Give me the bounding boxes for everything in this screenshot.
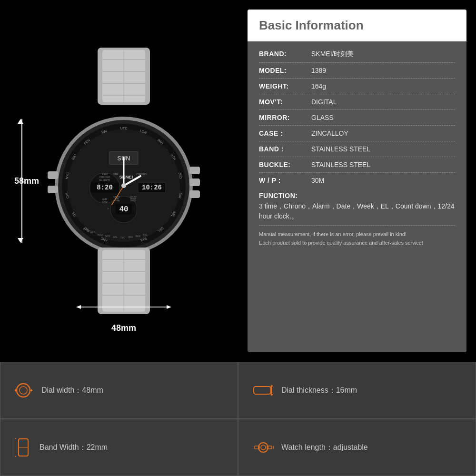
svg-text:HKG: HKG [128,236,133,238]
svg-text:40: 40 [119,205,128,214]
svg-text:TIMER: TIMER [130,199,137,202]
spec-dial-width-label: Dial width：48mm [41,386,103,396]
svg-text:CHM: CHM [102,200,107,203]
svg-point-63 [121,183,126,188]
svg-marker-110 [15,438,16,439]
height-label: 58mm [14,176,39,186]
info-val: 30M [311,177,455,184]
watch-area: 58mm UTC [0,0,248,362]
svg-marker-102 [31,389,33,392]
svg-text:KBL: KBL [143,233,148,236]
specs-grid: Dial width：48mm Dial thickness：16mm [0,362,476,476]
info-note: Manual measurement, if there is an error… [259,230,455,247]
info-body: BRAND: SKMEI/时刻美 MODEL: 1389 WEIGHT: 164… [248,41,466,352]
main-area: 58mm UTC [0,0,476,362]
svg-marker-106 [270,394,273,396]
watch-illustration: UTC LON PAR ATH JED RAI FEN RIO NYC DIR … [29,38,219,324]
info-key: BRAND: [259,50,311,58]
band-width-icon [15,438,32,457]
svg-text:UTC: UTC [120,127,127,130]
svg-text:PPG: PPG [83,228,89,230]
svg-rect-29 [189,190,200,198]
svg-text:AOL: AOL [113,236,118,238]
svg-text:SYD: SYD [105,235,110,238]
svg-text:STW: STW [113,173,118,176]
svg-point-112 [258,443,268,452]
spec-dial-thickness: Dial thickness：16mm [238,362,476,419]
info-title: Basic Information [259,18,364,32]
function-val: 3 time，Chrono，Alarm，Date，Week，EL，Count d… [259,201,455,221]
info-row: BRAND: SKMEI/时刻美 [259,46,455,63]
info-key: BAND : [259,145,311,153]
dial-width-icon [15,382,34,399]
svg-text:8:20: 8:20 [97,184,113,191]
svg-point-113 [261,445,266,450]
info-key: MIRROR: [259,114,311,121]
info-row: BUCKLE: STAINLESS STEEL [259,157,455,173]
svg-rect-30 [48,171,58,179]
svg-text:BKK: BKK [136,235,141,238]
info-val: GLASS [311,114,455,121]
info-val: ZINCALLOY [311,129,455,137]
svg-text:10:26: 10:26 [142,184,162,191]
spec-watch-length-label: Watch length：adjustable [281,443,368,453]
svg-text:NOU: NOU [97,233,103,236]
function-row: FUNCTION: 3 time，Chrono，Alarm，Date，Week，… [259,188,455,226]
spec-dial-thickness-label: Dial thickness：16mm [281,386,357,396]
info-header: Basic Information [248,10,466,41]
info-row: W / P : 30M [259,173,455,188]
spec-band-width-label: Band Width：22mm [40,443,108,453]
svg-marker-95 [76,305,81,309]
info-row: MODEL: 1389 [259,63,455,79]
svg-marker-111 [15,456,16,457]
info-val: 164g [311,82,455,90]
function-key: FUNCTION: [259,192,455,199]
info-row: MIRROR: GLASS [259,110,455,126]
dial-thickness-icon [253,383,274,398]
spec-watch-length: Watch length：adjustable [238,419,476,476]
svg-text:CHRONO: CHRONO [136,173,147,176]
svg-text:3 TIME: 3 TIME [114,199,120,202]
width-label: 48mm [111,323,136,333]
svg-point-98 [20,387,27,394]
info-key: W / P : [259,177,311,184]
svg-marker-101 [15,389,16,392]
height-arrow-top [18,119,23,124]
svg-text:WLG: WLG [90,231,96,234]
svg-text:EL LIGHT: EL LIGHT [99,178,110,181]
info-key: MOV'T: [259,98,311,106]
svg-marker-117 [273,446,274,449]
svg-rect-31 [48,186,58,193]
svg-rect-27 [189,167,200,174]
svg-marker-105 [270,385,273,387]
info-row: BAND : STAINLESS STEEL [259,141,455,157]
info-key: BUCKLE: [259,161,311,169]
svg-text:SKMEI: SKMEI [119,175,133,179]
svg-marker-96 [167,305,171,309]
info-val: SKMEI/时刻美 [311,50,455,59]
watch-length-icon [253,440,274,455]
info-key: CASE : [259,129,311,137]
spec-dial-width: Dial width：48mm [0,362,238,419]
svg-point-97 [17,384,30,397]
spec-band-width: Band Width：22mm [0,419,238,476]
svg-text:TYO: TYO [120,236,125,239]
info-key: WEIGHT: [259,82,311,90]
height-arrow-bottom [18,238,23,243]
info-row: WEIGHT: 164g [259,79,455,94]
info-val: DIGITAL [311,98,455,106]
svg-text:P: P [108,208,109,210]
svg-rect-28 [189,178,200,186]
info-row: MOV'T: DIGITAL [259,94,455,110]
info-panel: Basic Information BRAND: SKMEI/时刻美 MODEL… [248,10,466,352]
info-key: MODEL: [259,67,311,74]
info-val: STAINLESS STEEL [311,161,455,169]
info-val: 1389 [311,67,455,74]
svg-marker-116 [253,446,253,449]
svg-rect-103 [254,387,271,394]
info-val: STAINLESS STEEL [311,145,455,153]
info-row: CASE : ZINCALLOY [259,126,455,141]
